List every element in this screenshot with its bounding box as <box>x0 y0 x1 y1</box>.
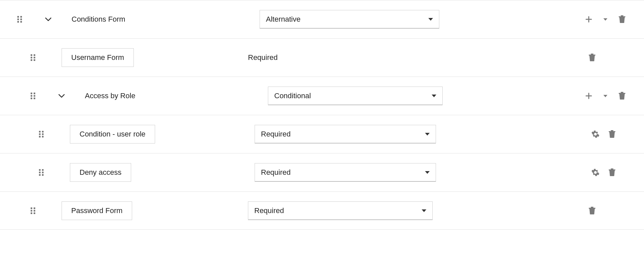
delete-button[interactable] <box>617 91 627 101</box>
drag-handle-icon[interactable] <box>35 131 48 138</box>
row-value-select[interactable]: Required <box>255 125 436 143</box>
delete-button[interactable] <box>587 205 597 216</box>
plus-icon <box>585 16 592 23</box>
expand-toggle[interactable] <box>42 17 55 21</box>
row-label-wrap: Password Form <box>55 201 132 220</box>
drag-handle-icon[interactable] <box>35 169 48 176</box>
svg-rect-14 <box>589 55 595 56</box>
select-value-text: Required <box>254 206 284 215</box>
row-value-col: Required <box>255 163 436 182</box>
select-value-text: Conditional <box>274 92 311 100</box>
flow-row-deny-access: Deny accessRequired <box>0 153 644 191</box>
svg-rect-10 <box>31 57 32 59</box>
svg-rect-34 <box>39 172 41 173</box>
svg-rect-27 <box>42 133 44 135</box>
row-value-select[interactable]: Alternative <box>260 10 439 29</box>
svg-rect-2 <box>17 19 19 20</box>
svg-rect-33 <box>42 169 44 171</box>
chevron-down-icon <box>45 17 52 21</box>
svg-rect-4 <box>17 21 19 23</box>
add-button[interactable] <box>583 91 594 101</box>
flow-row-password-form: Password FormRequired <box>0 191 644 230</box>
settings-button[interactable] <box>590 167 601 178</box>
svg-rect-7 <box>621 15 623 16</box>
add-dropdown-button[interactable] <box>600 91 611 101</box>
delete-button[interactable] <box>617 14 627 25</box>
row-actions <box>554 91 627 101</box>
row-value-col: Alternative <box>260 10 439 29</box>
svg-rect-20 <box>31 98 32 99</box>
svg-rect-17 <box>34 93 35 94</box>
add-dropdown-button[interactable] <box>600 14 611 25</box>
row-actions <box>554 205 627 216</box>
plus-icon <box>585 92 592 100</box>
delete-button[interactable] <box>607 167 617 178</box>
gear-icon <box>591 168 599 176</box>
gear-icon <box>591 130 599 138</box>
row-label-wrap: Access by Role <box>68 92 135 100</box>
row-label: Conditions Form <box>72 15 125 24</box>
svg-rect-0 <box>17 16 19 18</box>
add-button[interactable] <box>583 14 594 25</box>
svg-rect-29 <box>42 136 44 137</box>
flow-row-username-form: Username FormRequired <box>0 38 644 77</box>
settings-button[interactable] <box>590 129 601 139</box>
expand-toggle[interactable] <box>55 94 68 98</box>
svg-rect-25 <box>42 131 44 133</box>
svg-rect-23 <box>621 92 623 93</box>
drag-handle-icon[interactable] <box>27 207 40 214</box>
flow-row-condition-user-role: Condition - user roleRequired <box>0 115 644 153</box>
trash-icon <box>608 168 616 176</box>
row-label-button[interactable]: Condition - user role <box>70 125 155 143</box>
caret-down-icon <box>425 171 430 174</box>
select-value-text: Required <box>261 130 291 138</box>
svg-rect-45 <box>34 212 35 214</box>
drag-handle-icon[interactable] <box>13 16 27 23</box>
row-label-wrap: Condition - user role <box>63 125 155 143</box>
drag-handle-icon[interactable] <box>27 54 40 61</box>
svg-rect-12 <box>31 59 32 61</box>
svg-rect-47 <box>591 207 593 208</box>
svg-rect-35 <box>42 172 44 173</box>
svg-rect-43 <box>34 210 35 211</box>
drag-handle-icon[interactable] <box>27 92 40 100</box>
svg-rect-8 <box>31 54 32 56</box>
row-value-select[interactable]: Required <box>255 163 436 182</box>
row-label-wrap: Username Form <box>55 48 134 67</box>
row-value-col: Required <box>248 53 428 62</box>
svg-rect-1 <box>20 16 22 18</box>
row-value-col: Conditional <box>268 87 443 105</box>
svg-rect-41 <box>34 207 35 209</box>
row-label-button[interactable]: Deny access <box>70 163 131 182</box>
row-label-button[interactable]: Username Form <box>62 48 134 67</box>
trash-icon <box>588 54 596 62</box>
svg-rect-44 <box>31 212 32 214</box>
svg-rect-5 <box>20 21 22 23</box>
flow-row-conditions-form: Conditions FormAlternative <box>0 0 644 38</box>
row-actions <box>554 52 627 63</box>
caret-down-icon <box>603 18 607 21</box>
delete-button[interactable] <box>587 52 597 63</box>
svg-rect-6 <box>619 16 625 17</box>
svg-rect-15 <box>591 54 593 55</box>
row-value-select[interactable]: Conditional <box>268 87 443 105</box>
svg-rect-28 <box>39 136 41 137</box>
delete-button[interactable] <box>607 129 617 139</box>
svg-rect-18 <box>31 95 32 97</box>
row-value-col: Required <box>255 125 436 143</box>
svg-rect-36 <box>39 174 41 176</box>
svg-rect-37 <box>42 174 44 176</box>
caret-down-icon <box>422 209 426 212</box>
svg-rect-26 <box>39 133 41 135</box>
row-value-select[interactable]: Required <box>248 201 433 220</box>
row-label-wrap: Deny access <box>63 163 131 182</box>
row-label-button[interactable]: Password Form <box>62 201 132 220</box>
caret-down-icon <box>428 18 433 21</box>
svg-rect-3 <box>20 19 22 20</box>
chevron-down-icon <box>58 94 65 98</box>
caret-down-icon <box>603 95 607 97</box>
svg-rect-13 <box>34 59 35 61</box>
svg-rect-9 <box>34 54 35 56</box>
svg-rect-38 <box>609 169 615 170</box>
row-value-static: Required <box>248 53 278 62</box>
